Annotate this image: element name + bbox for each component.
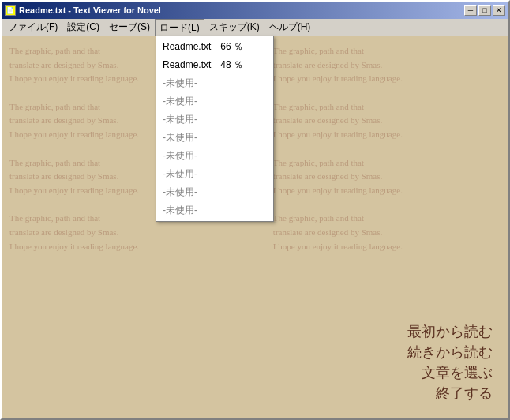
load-item-7: -未使用- <box>156 165 273 183</box>
load-item-3: -未使用- <box>156 92 273 111</box>
load-item-5: -未使用- <box>156 129 273 147</box>
load-item-8: -未使用- <box>156 183 273 201</box>
load-item-1[interactable]: Readme.txt 48 ％ <box>156 56 273 74</box>
close-button[interactable]: ✕ <box>493 5 505 16</box>
menu-file[interactable]: ファイル(F) <box>3 19 62 36</box>
hw-block-r1: The graphic, path and that translate are… <box>273 44 501 86</box>
menu-skip-label: スキップ(K) <box>209 21 260 34</box>
menu-bar: ファイル(F) 設定(C) セーブ(S) ロード(L) Readme.txt 6… <box>2 19 508 36</box>
title-bar: 📄 Readme.txt - Text Viewer for Novel ─ □… <box>2 2 508 19</box>
load-item-2: -未使用- <box>156 74 273 92</box>
menu-read-from-start[interactable]: 最初から読む <box>407 322 493 341</box>
menu-load[interactable]: ロード(L) Readme.txt 66 ％ Readme.txt 48 ％ -… <box>155 19 204 36</box>
menu-help[interactable]: ヘルプ(H) <box>264 19 316 36</box>
minimize-button[interactable]: ─ <box>464 5 477 16</box>
menu-select-text[interactable]: 文章を選ぶ <box>422 363 493 382</box>
menu-save[interactable]: セーブ(S) <box>104 19 155 36</box>
load-item-6: -未使用- <box>156 147 273 165</box>
main-window: 📄 Readme.txt - Text Viewer for Novel ─ □… <box>0 0 510 420</box>
window-icon: 📄 <box>5 5 16 16</box>
load-item-0[interactable]: Readme.txt 66 ％ <box>156 38 273 56</box>
menu-exit[interactable]: 終了する <box>436 384 493 403</box>
hw-block-r4: The graphic, path and that translate are… <box>273 212 501 253</box>
hw-block-r2: The graphic, path and that translate are… <box>273 100 501 142</box>
title-controls: ─ □ ✕ <box>464 5 505 16</box>
maximize-button[interactable]: □ <box>478 5 491 16</box>
load-item-4: -未使用- <box>156 111 273 129</box>
menu-help-label: ヘルプ(H) <box>269 21 311 34</box>
menu-settings-label: 設定(C) <box>67 21 99 34</box>
menu-save-label: セーブ(S) <box>109 21 150 34</box>
menu-load-label: ロード(L) <box>159 21 200 35</box>
load-item-9: -未使用- <box>156 201 273 219</box>
menu-skip[interactable]: スキップ(K) <box>204 19 264 36</box>
menu-settings[interactable]: 設定(C) <box>62 19 104 36</box>
menu-file-label: ファイル(F) <box>8 21 58 34</box>
bottom-menu: 最初から読む 続きから読む 文章を選ぶ 終了する <box>407 322 493 403</box>
hw-block-r3: The graphic, path and that translate are… <box>273 156 501 198</box>
menu-continue-reading[interactable]: 続きから読む <box>407 343 493 362</box>
load-dropdown: Readme.txt 66 ％ Readme.txt 48 ％ -未使用- -未… <box>156 36 274 222</box>
window-title: Readme.txt - Text Viewer for Novel <box>19 6 161 15</box>
